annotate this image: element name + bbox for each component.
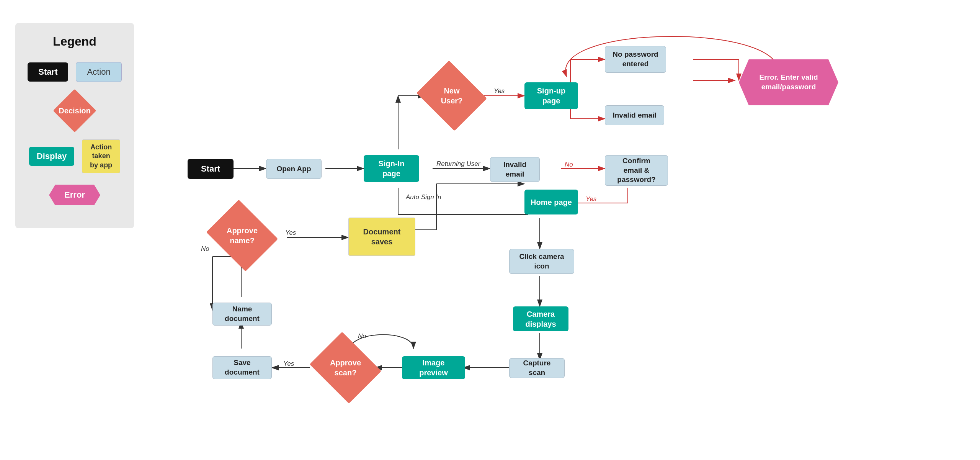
sign-up-page-node: Sign-up page [524, 82, 578, 109]
legend-action-app-shape: Action taken by app [82, 139, 120, 173]
legend-decision-shape: Decision [50, 93, 100, 128]
sign-in-page-label: Sign-In page [379, 159, 405, 178]
no-label-approve-scan: No [358, 332, 366, 340]
confirm-email-label: Confirm email & password? [617, 156, 655, 185]
sign-up-page-label: Sign-up page [537, 86, 565, 106]
no-label-invalid-email: No [565, 161, 573, 169]
start-node: Start [188, 159, 234, 179]
arrows-svg [145, 0, 980, 460]
yes-label-approve-scan: Yes [283, 360, 294, 368]
camera-displays-node: Camera displays [513, 306, 568, 331]
new-user-diamond: New User? [425, 73, 479, 119]
save-document-label: Save document [225, 358, 260, 377]
home-page-label: Home page [531, 197, 572, 207]
no-password-node: No password entered [605, 46, 666, 73]
legend-row-start-action: Start Action [25, 62, 124, 82]
error-label: Error. Enter valid email/password [759, 73, 818, 92]
approve-name-diamond: Approve name? [214, 213, 270, 259]
save-document-node: Save document [212, 356, 272, 379]
yes-label-approve-name: Yes [285, 229, 296, 237]
start-label: Start [201, 164, 220, 174]
camera-displays-label: Camera displays [525, 309, 556, 329]
legend-display-shape: Display [29, 147, 74, 166]
no-label-approve-name: No [201, 245, 209, 253]
name-document-node: Name document [212, 303, 272, 326]
document-saves-label: Document saves [363, 227, 401, 247]
legend-row-display-action: Display Action taken by app [25, 139, 124, 173]
click-camera-node: Click camera icon [509, 249, 574, 274]
capture-scan-label: Capture scan [515, 359, 559, 377]
approve-scan-label: Approve scan? [330, 358, 361, 378]
sign-in-page-node: Sign-In page [364, 155, 419, 182]
approve-scan-diamond: Approve scan? [318, 345, 373, 391]
legend-decision-label: Decision [59, 106, 90, 115]
open-app-label: Open App [276, 164, 311, 174]
legend-row-decision: Decision [25, 93, 124, 128]
image-preview-label: Image preview [407, 358, 460, 378]
confirm-email-node: Confirm email & password? [605, 155, 668, 186]
yes-label-new-user: Yes [494, 87, 505, 95]
legend-panel: Legend Start Action Decision Display Act… [15, 23, 134, 228]
name-document-label: Name document [218, 304, 266, 323]
legend-row-error: Error [25, 185, 124, 205]
invalid-email-top-node: Invalid email [605, 105, 664, 125]
no-password-label: No password entered [612, 50, 658, 69]
home-page-node: Home page [524, 190, 578, 214]
legend-action-app-label: Action taken by app [90, 143, 112, 169]
document-saves-node: Document saves [348, 218, 415, 256]
open-app-node: Open App [266, 159, 322, 179]
invalid-email-mid-label: Invalid email [503, 160, 526, 179]
approve-name-label: Approve name? [227, 226, 258, 246]
click-camera-label: Click camera icon [519, 252, 564, 271]
yes-label-confirm: Yes [586, 195, 596, 203]
auto-sign-in-label: Auto Sign In [406, 193, 441, 201]
new-user-label: New User? [441, 86, 463, 106]
invalid-email-mid-node: Invalid email [490, 157, 540, 182]
error-node: Error. Enter valid email/password [739, 59, 838, 105]
image-preview-node: Image preview [402, 356, 465, 379]
legend-title: Legend [25, 34, 124, 49]
flowchart: Start Open App Sign-In page New User? Ye… [145, 0, 980, 460]
invalid-email-top-label: Invalid email [612, 111, 656, 120]
returning-user-label: Returning User [436, 160, 480, 168]
legend-error-shape: Error [49, 185, 100, 205]
legend-start-shape: Start [28, 62, 68, 82]
legend-action-shape: Action [76, 62, 121, 82]
capture-scan-node: Capture scan [509, 358, 565, 378]
